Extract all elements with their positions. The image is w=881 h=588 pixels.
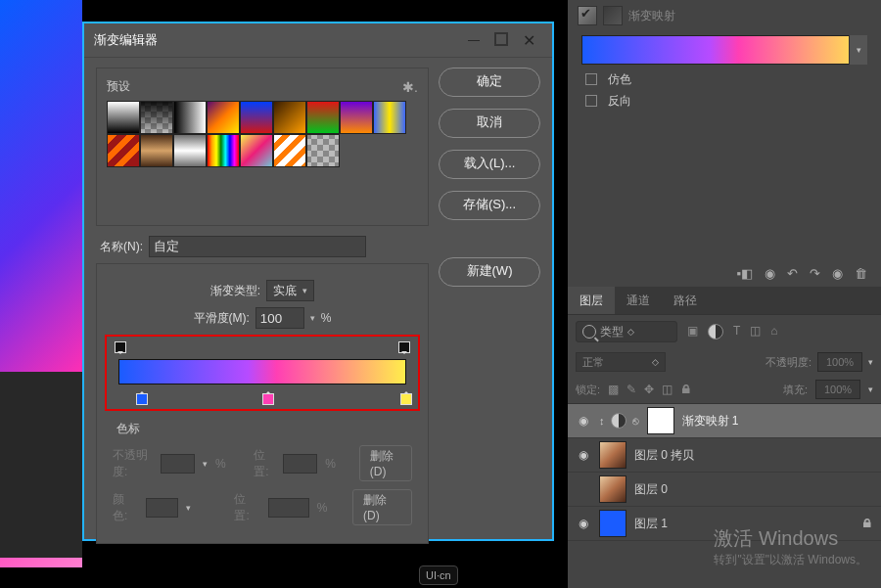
layer-kind-filter[interactable]: 类型 ◇ (576, 321, 677, 342)
lock-artboard-icon[interactable]: ◫ (662, 383, 672, 396)
link-icon[interactable]: ⎋ (632, 415, 639, 427)
name-input[interactable] (149, 236, 366, 257)
watermark-line1: 激活 Windows (714, 525, 867, 552)
filter-pixel-icon[interactable]: ▣ (687, 324, 698, 339)
layer-row[interactable]: ◉ ↕ ⎋ 渐变映射 1 (568, 404, 881, 438)
watermark-logo: UI·cn (419, 565, 458, 585)
preset-swatch[interactable] (373, 101, 406, 134)
percent: % (325, 457, 336, 471)
tab-layers[interactable]: 图层 (568, 287, 615, 314)
layer-opacity-input[interactable]: 100% (817, 352, 862, 372)
save-button[interactable]: 存储(S)... (439, 191, 540, 220)
layer-row[interactable]: 图层 0 (568, 473, 881, 507)
smoothness-input[interactable] (255, 307, 304, 329)
tab-paths[interactable]: 路径 (662, 287, 709, 314)
visibility-icon[interactable]: ◉ (576, 517, 591, 530)
preset-swatch[interactable] (107, 134, 140, 167)
percent: % (215, 457, 226, 471)
adjustment-header: 渐变映射 (568, 0, 881, 25)
ok-button[interactable]: 确定 (439, 68, 540, 97)
layer-name[interactable]: 图层 0 拷贝 (634, 447, 873, 464)
lock-position-icon[interactable]: ✥ (644, 383, 654, 396)
preset-swatch[interactable] (207, 101, 240, 134)
smoothness-label: 平滑度(M): (194, 310, 250, 327)
watermark-line2: 转到"设置"以激活 Windows。 (714, 552, 867, 568)
gear-icon[interactable]: ✱. (402, 79, 418, 95)
tab-channels[interactable]: 通道 (615, 287, 662, 314)
opacity-input (161, 454, 195, 474)
preset-swatch[interactable] (207, 134, 240, 167)
properties-footer-iconbar: ▪◧ ◉ ↶ ↷ ◉ 🗑︎ (568, 260, 881, 287)
preset-swatch[interactable] (273, 134, 306, 167)
opacity-stop-left[interactable] (115, 341, 126, 357)
load-button[interactable]: 载入(L)... (439, 150, 540, 179)
link-icon[interactable]: ↕ (599, 415, 605, 427)
layer-name[interactable]: 图层 0 (634, 481, 873, 498)
preset-swatch[interactable] (107, 101, 140, 134)
preset-swatch[interactable] (306, 101, 340, 134)
gradient-map-preview[interactable]: ▾ (581, 35, 867, 65)
chevron-down-icon: ▾ (186, 503, 191, 513)
trash-icon[interactable]: 🗑︎ (855, 266, 867, 281)
gradient-slider[interactable] (113, 344, 412, 401)
reverse-checkbox[interactable] (585, 95, 597, 107)
color-stop-yellow[interactable] (400, 388, 412, 406)
lock-pixels-icon[interactable]: ✎ (626, 383, 636, 396)
stops-section-label: 色标 (116, 421, 422, 437)
opacity-stop-right[interactable] (398, 341, 410, 357)
layer-row[interactable]: ◉ 图层 0 拷贝 (568, 438, 881, 473)
visibility-icon[interactable]: ◉ (576, 414, 591, 428)
fill-label: 填充: (783, 383, 808, 397)
lock-all-icon[interactable]: 🔒︎ (680, 383, 692, 396)
mask-checkbox[interactable] (603, 6, 623, 25)
adjustment-layer-checkbox[interactable] (578, 6, 597, 25)
preset-swatch[interactable] (140, 134, 173, 167)
new-button[interactable]: 新建(W) (439, 257, 540, 287)
dither-checkbox[interactable] (585, 73, 597, 85)
dialog-titlebar[interactable]: 渐变编辑器 — ✕ (84, 23, 552, 58)
lock-transparent-icon[interactable]: ▩ (608, 383, 619, 396)
chevron-down-icon[interactable]: ▾ (310, 313, 315, 323)
position-label: 位置: (254, 447, 275, 480)
blend-mode-value: 正常 (582, 355, 604, 370)
gradient-preview-bar[interactable] (118, 359, 406, 384)
layer-thumb[interactable] (599, 441, 626, 469)
layer-name[interactable]: 渐变映射 1 (682, 413, 874, 430)
close-button[interactable]: ✕ (515, 31, 542, 50)
blend-mode-select[interactable]: 正常◇ (576, 352, 666, 372)
preset-swatch[interactable] (240, 101, 273, 134)
filter-shape-icon[interactable]: ◫ (750, 324, 761, 339)
reset-forward-icon[interactable]: ↷ (810, 266, 820, 281)
filter-smart-icon[interactable]: ⌂ (770, 324, 777, 339)
reset-icon[interactable]: ↶ (787, 266, 798, 281)
percent: % (317, 501, 328, 515)
color-stop-magenta[interactable] (262, 388, 274, 406)
preset-swatch[interactable] (240, 134, 273, 167)
cancel-button[interactable]: 取消 (439, 109, 540, 138)
clip-to-layer-icon[interactable]: ▪◧ (736, 266, 753, 281)
visibility-icon[interactable]: ◉ (576, 448, 591, 462)
fill-input[interactable]: 100% (815, 380, 860, 399)
canvas-pasteboard (0, 372, 82, 558)
view-previous-icon[interactable]: ◉ (765, 266, 775, 281)
chevron-down-icon[interactable]: ▾ (868, 384, 873, 394)
gradient-dropdown-button[interactable]: ▾ (849, 35, 867, 65)
preset-swatch[interactable] (173, 101, 207, 134)
preset-swatch[interactable] (173, 134, 207, 167)
preset-swatch[interactable] (306, 134, 340, 167)
position-input (283, 454, 317, 474)
preset-swatch[interactable] (273, 101, 306, 134)
preset-swatch[interactable] (340, 101, 373, 134)
minimize-button[interactable]: — (460, 33, 487, 47)
chevron-down-icon[interactable]: ▾ (868, 357, 873, 367)
gradient-type-select[interactable]: 实底 ▾ (266, 280, 314, 301)
layer-thumb[interactable] (599, 510, 626, 537)
preset-swatch[interactable] (140, 101, 173, 134)
color-stop-blue[interactable] (136, 388, 148, 406)
mask-thumb[interactable] (647, 407, 674, 434)
layer-thumb[interactable] (599, 475, 626, 503)
filter-type-icon[interactable]: T (733, 324, 740, 339)
filter-adjust-icon[interactable] (708, 324, 723, 339)
maximize-button[interactable] (487, 32, 515, 49)
toggle-visibility-icon[interactable]: ◉ (832, 266, 843, 281)
